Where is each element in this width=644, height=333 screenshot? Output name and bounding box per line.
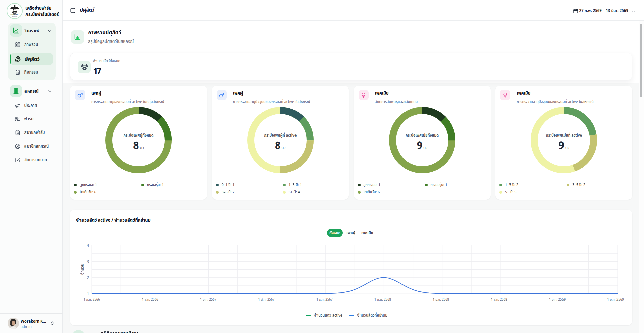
svg-text:1 ส.ค. 2567: 1 ส.ค. 2567	[258, 297, 275, 302]
svg-text:1: 1	[87, 291, 89, 297]
svg-text:TECHNOLOGY: TECHNOLOGY	[12, 16, 18, 17]
svg-text:1 มี.ค. 2569: 1 มี.ค. 2569	[607, 297, 624, 302]
svg-text:4: 4	[87, 242, 89, 249]
svg-text:1 ส.ค. 2568: 1 ส.ค. 2568	[491, 297, 507, 302]
svg-text:จำนวน: จำนวน	[79, 264, 86, 275]
svg-text:3: 3	[87, 259, 89, 265]
svg-text:1 มี.ค. 2567: 1 มี.ค. 2567	[200, 297, 216, 302]
svg-text:1 ธ.ค. 2567: 1 ธ.ค. 2567	[316, 297, 332, 302]
svg-text:2: 2	[87, 275, 89, 281]
svg-text:1 มิ.ย. 2568: 1 มิ.ย. 2568	[433, 297, 449, 302]
svg-text:1 ส.ค. 2566: 1 ส.ค. 2566	[142, 297, 158, 302]
svg-text:1 ก.พ. 2568: 1 ก.พ. 2568	[374, 297, 391, 302]
svg-text:1 ม.ค. 2569: 1 ม.ค. 2569	[549, 297, 566, 302]
svg-text:1 ก.ค. 2566: 1 ก.ค. 2566	[83, 297, 100, 302]
svg-text:FARMERAL: FARMERAL	[11, 14, 19, 16]
